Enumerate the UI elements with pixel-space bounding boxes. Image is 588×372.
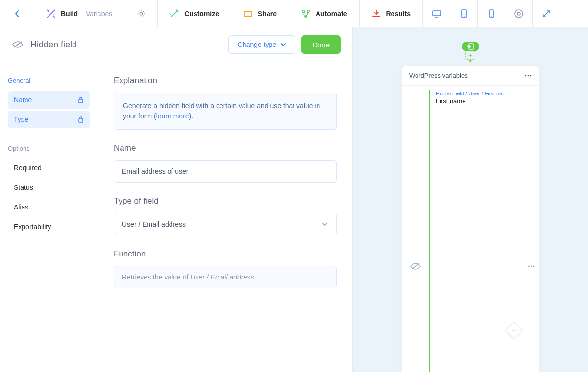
content: General Name Type Options Required Statu… — [0, 62, 352, 372]
name-label: Name — [114, 143, 337, 153]
tab-results-label: Results — [386, 10, 411, 18]
form-pane: Explanation Generate a hidden field with… — [98, 62, 352, 372]
enter-icon — [466, 42, 475, 51]
tab-customize-label: Customize — [184, 10, 219, 18]
sidemenu-item-status[interactable]: Status — [8, 179, 90, 196]
dots-icon — [528, 265, 535, 267]
tab-customize[interactable]: Customize — [158, 0, 231, 27]
gear-icon[interactable] — [137, 9, 146, 18]
type-label: Type of field — [114, 196, 337, 206]
arrow-icon — [468, 60, 472, 63]
hidden-icon — [402, 86, 429, 372]
build-icon — [46, 9, 56, 19]
function-box: Retrieves the value of User / Email addr… — [114, 266, 337, 288]
hidden-field-icon — [12, 40, 24, 49]
header-bar: Hidden field Change type Done — [0, 27, 352, 62]
function-label: Function — [114, 249, 337, 259]
name-input[interactable] — [114, 160, 337, 183]
svg-point-20 — [533, 266, 535, 267]
svg-point-9 — [491, 16, 492, 17]
tab-share[interactable]: Share — [231, 0, 289, 27]
item-menu-button[interactable] — [524, 86, 539, 372]
sidemenu-item-type[interactable]: Type — [8, 111, 90, 128]
sidemenu-item-alias[interactable]: Alias — [8, 198, 90, 216]
explanation-label: Explanation — [114, 76, 337, 86]
magic-wand-icon — [170, 9, 179, 19]
expand-button[interactable] — [533, 0, 560, 27]
expand-icon — [542, 9, 551, 18]
svg-rect-12 — [79, 99, 83, 103]
flow-start-node[interactable] — [462, 42, 479, 51]
item-sub-label: Hidden field / User / First name — [436, 91, 509, 96]
tab-automate[interactable]: Automate — [289, 0, 360, 27]
svg-point-18 — [528, 266, 530, 267]
help-icon — [514, 9, 524, 19]
tablet-icon — [460, 9, 468, 19]
left-pane: Hidden field Change type Done General Na… — [0, 27, 353, 372]
results-icon — [371, 9, 381, 19]
group-options-label: Options — [8, 145, 90, 152]
svg-point-19 — [531, 266, 532, 267]
device-phone-button[interactable] — [478, 0, 505, 27]
svg-rect-13 — [79, 119, 83, 122]
help-button[interactable] — [505, 0, 533, 27]
tab-build[interactable]: Build Variabes — [34, 0, 158, 27]
svg-point-17 — [530, 75, 532, 76]
desktop-icon — [432, 9, 441, 19]
panel-title: WordPress variables — [409, 72, 468, 79]
svg-rect-5 — [433, 11, 441, 16]
canvas-pane: + WordPress variables Hidden field / Use… — [353, 27, 588, 372]
tab-variables-label[interactable]: Variabes — [86, 10, 112, 18]
explanation-box: Generate a hidden field with a certain v… — [114, 93, 337, 130]
share-icon — [243, 9, 253, 19]
tab-results[interactable]: Results — [360, 0, 423, 27]
svg-rect-1 — [244, 11, 252, 16]
chevron-down-icon — [321, 222, 328, 227]
tab-build-label: Build — [61, 10, 78, 18]
sidemenu-item-exportability[interactable]: Exportability — [8, 218, 90, 235]
svg-point-10 — [515, 10, 523, 18]
top-nav: Build Variabes Customize Share Automate … — [0, 0, 588, 27]
done-button[interactable]: Done — [301, 35, 341, 54]
lock-icon — [78, 96, 84, 103]
svg-point-0 — [140, 12, 143, 15]
panel-menu-button[interactable] — [525, 75, 532, 77]
back-button[interactable] — [0, 0, 34, 27]
svg-point-7 — [464, 16, 465, 17]
lock-icon — [78, 116, 84, 123]
tab-share-label: Share — [258, 10, 277, 18]
type-select[interactable]: User / Email address — [114, 213, 337, 235]
chevron-down-icon — [280, 43, 286, 46]
svg-point-11 — [517, 12, 520, 15]
tab-automate-label: Automate — [316, 10, 347, 18]
phone-icon — [488, 9, 495, 19]
svg-point-16 — [528, 75, 529, 76]
add-node-button[interactable]: + — [466, 51, 475, 60]
change-type-button[interactable]: Change type — [228, 35, 295, 54]
sidemenu-item-name[interactable]: Name — [8, 91, 90, 109]
svg-point-15 — [525, 75, 527, 76]
automate-icon — [301, 9, 311, 19]
sidemenu-item-required[interactable]: Required — [8, 159, 90, 177]
side-menu: General Name Type Options Required Statu… — [0, 62, 98, 372]
dots-icon — [525, 75, 532, 77]
device-tablet-button[interactable] — [450, 0, 478, 27]
page-title: Hidden field — [30, 40, 77, 50]
learn-more-link[interactable]: learn more — [156, 112, 189, 120]
device-desktop-button[interactable] — [423, 0, 450, 27]
group-general-label: General — [8, 77, 90, 84]
chevron-left-icon — [14, 10, 20, 18]
main: Hidden field Change type Done General Na… — [0, 27, 588, 372]
